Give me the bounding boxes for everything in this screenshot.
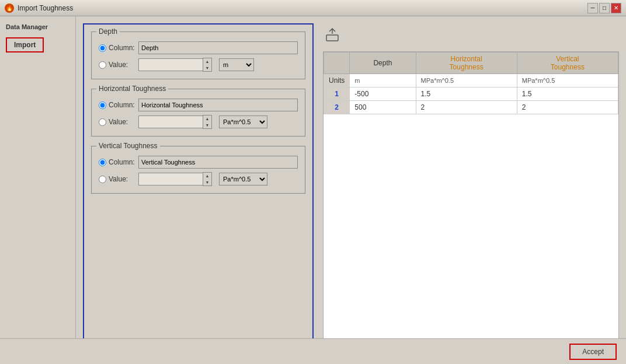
horiz-column-radio-label: Column: — [99, 101, 134, 109]
row-vertical-cell: 1.5 — [517, 88, 618, 101]
depth-spin-up[interactable]: ▲ — [203, 58, 211, 65]
depth-spin-buttons: ▲ ▼ — [203, 58, 212, 72]
vert-value-row: Value: 1.5e6 ▲ ▼ Pa*m^0.5 MPa*m^0.5 — [99, 172, 298, 186]
accept-button[interactable]: Accept — [569, 344, 617, 360]
horiz-value-input-wrapper: 1.5e6 ▲ ▼ — [138, 115, 212, 129]
horiz-value-input[interactable]: 1.5e6 — [138, 116, 203, 128]
row-depth-cell: -500 — [350, 88, 416, 101]
horiz-column-row: Column: Horizontal Toughness — [99, 99, 298, 111]
svg-rect-0 — [326, 35, 338, 41]
row-vertical-cell: 2 — [517, 101, 618, 114]
col-header-horizontal: HorizontalToughness — [416, 52, 517, 74]
vert-column-radio[interactable] — [99, 159, 106, 166]
vert-column-dropdown[interactable]: Vertical Toughness — [138, 156, 298, 169]
horiz-value-radio[interactable] — [99, 118, 106, 126]
vert-column-dropdown-wrapper: Vertical Toughness — [138, 156, 298, 169]
vert-column-radio-label: Column: — [99, 158, 134, 166]
horiz-spin-up[interactable]: ▲ — [203, 116, 211, 122]
row-depth-cell: 500 — [350, 101, 416, 114]
right-panel: Depth HorizontalToughness VerticalToughn… — [323, 23, 619, 357]
vert-value-radio-label: Value: — [99, 175, 134, 183]
horiz-spin-down[interactable]: ▼ — [203, 122, 211, 128]
col-header-vertical: VerticalToughness — [517, 52, 618, 74]
horiz-unit-select[interactable]: Pa*m^0.5 MPa*m^0.5 — [219, 116, 267, 128]
content-area: Depth Column: Depth Value: — [76, 16, 626, 364]
vert-spin-down[interactable]: ▼ — [203, 179, 211, 186]
depth-column-radio[interactable] — [99, 44, 106, 52]
depth-unit-select[interactable]: m ft — [219, 58, 254, 71]
depth-value-input-wrapper: 0 ▲ ▼ — [138, 58, 212, 72]
depth-spin-down[interactable]: ▼ — [203, 65, 211, 71]
vert-value-input[interactable]: 1.5e6 — [138, 173, 203, 186]
vert-unit-wrapper: Pa*m^0.5 MPa*m^0.5 — [219, 173, 267, 186]
units-depth-cell: m — [350, 74, 416, 88]
upload-icon[interactable] — [323, 26, 342, 44]
vert-column-row: Column: Vertical Toughness — [99, 156, 298, 169]
row-number-cell: 1 — [324, 88, 350, 101]
vert-unit-select[interactable]: Pa*m^0.5 MPa*m^0.5 — [219, 173, 267, 186]
units-horizontal-cell: MPa*m^0.5 — [416, 74, 517, 88]
depth-section: Depth Column: Depth Value: — [91, 32, 305, 79]
col-header-depth: Depth — [350, 52, 416, 74]
horiz-value-row: Value: 1.5e6 ▲ ▼ Pa*m^0.5 MPa*m^0.5 — [99, 115, 298, 129]
row-horizontal-cell: 1.5 — [416, 88, 517, 101]
horizontal-toughness-section: Horizontal Toughness Column: Horizontal … — [91, 89, 305, 136]
units-label-cell: Units — [324, 74, 350, 88]
col-header-num — [324, 52, 350, 74]
depth-value-radio-label: Value: — [99, 61, 134, 69]
data-table: Depth HorizontalToughness VerticalToughn… — [323, 51, 619, 357]
depth-column-radio-label: Column: — [99, 44, 134, 52]
left-panel: Depth Column: Depth Value: — [83, 23, 314, 357]
import-button[interactable]: Import — [6, 37, 44, 52]
depth-unit-wrapper: m ft — [219, 58, 254, 71]
horiz-value-radio-label: Value: — [99, 118, 134, 126]
units-vertical-cell: MPa*m^0.5 — [517, 74, 618, 88]
table-row: 250022 — [324, 101, 618, 114]
bottom-bar: Accept — [0, 338, 626, 364]
horiz-column-dropdown[interactable]: Horizontal Toughness — [138, 99, 298, 111]
vert-value-radio[interactable] — [99, 176, 106, 183]
sidebar-title: Data Manager — [2, 21, 73, 33]
window-title: Import Toughness — [18, 4, 73, 12]
vertical-toughness-section: Vertical Toughness Column: Vertical Toug… — [91, 146, 305, 194]
vertical-section-label: Vertical Toughness — [96, 142, 160, 150]
vert-spin-buttons: ▲ ▼ — [203, 172, 212, 186]
title-bar: 🔥 Import Toughness ─ □ ✕ — [0, 0, 626, 16]
vert-value-input-wrapper: 1.5e6 ▲ ▼ — [138, 172, 212, 186]
maximize-button[interactable]: □ — [599, 3, 610, 13]
upload-icon-area — [323, 23, 619, 47]
table-row: 1-5001.51.5 — [324, 88, 618, 101]
row-number-cell: 2 — [324, 101, 350, 114]
depth-column-dropdown-wrapper: Depth — [138, 41, 298, 54]
app-icon: 🔥 — [5, 4, 14, 13]
horiz-column-radio[interactable] — [99, 102, 106, 109]
horiz-column-dropdown-wrapper: Horizontal Toughness — [138, 99, 298, 111]
depth-value-radio[interactable] — [99, 61, 106, 69]
horiz-unit-wrapper: Pa*m^0.5 MPa*m^0.5 — [219, 116, 267, 128]
depth-value-row: Value: 0 ▲ ▼ m ft — [99, 58, 298, 72]
sidebar: Data Manager Import — [0, 16, 76, 364]
main-area: Data Manager Import Depth Column: Depth — [0, 16, 626, 364]
close-button[interactable]: ✕ — [611, 3, 621, 13]
depth-column-dropdown[interactable]: Depth — [138, 41, 298, 54]
window-controls: ─ □ ✕ — [587, 3, 621, 13]
horizontal-section-label: Horizontal Toughness — [96, 85, 168, 93]
depth-value-input[interactable]: 0 — [138, 58, 203, 71]
depth-column-row: Column: Depth — [99, 41, 298, 54]
row-horizontal-cell: 2 — [416, 101, 517, 114]
vert-spin-up[interactable]: ▲ — [203, 173, 211, 179]
units-row: Units m MPa*m^0.5 MPa*m^0.5 — [324, 74, 618, 88]
minimize-button[interactable]: ─ — [587, 3, 598, 13]
horiz-spin-buttons: ▲ ▼ — [203, 115, 212, 129]
depth-section-label: Depth — [96, 27, 120, 36]
